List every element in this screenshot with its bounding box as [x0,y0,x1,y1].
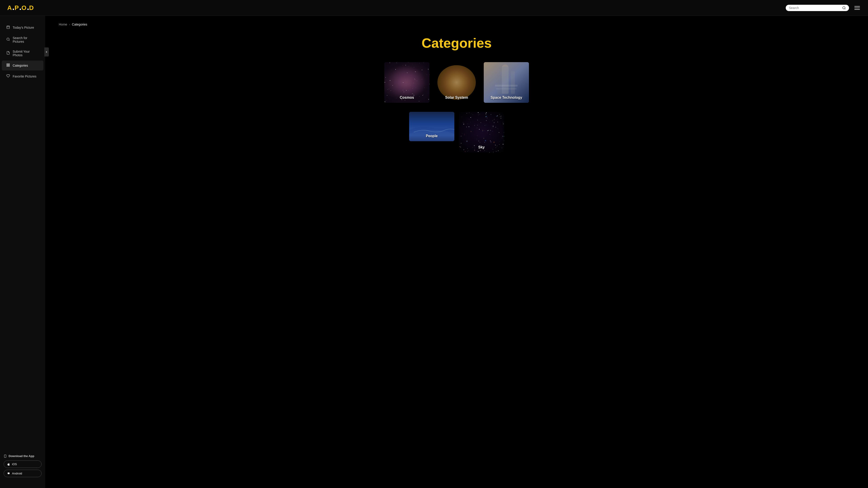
svg-line-1 [845,8,845,9]
categories-row-2: People Sky [355,112,558,153]
download-app-label: Download the App [4,454,41,458]
category-card-space-technology[interactable]: Space Technology [484,62,529,103]
category-label-solar: Solar System [434,96,479,100]
heart-icon [6,74,10,78]
svg-rect-9 [8,64,9,65]
svg-rect-2 [7,26,9,29]
sidebar-item-categories[interactable]: Categories [2,61,43,70]
sidebar-item-search[interactable]: Search for Pictures [2,33,43,46]
logo[interactable]: APOD [7,4,34,11]
sidebar-item-favorites[interactable]: Favorite Pictures [2,71,43,81]
search-icon [842,6,846,10]
file-icon [6,51,10,56]
svg-rect-12 [4,455,6,457]
sidebar: Today's Picture Search for Pictures [0,16,45,488]
svg-rect-11 [7,65,8,66]
categories-row-1: Cosmos Solar System [355,62,558,103]
svg-rect-8 [7,64,8,65]
category-card-sky[interactable]: Sky [459,112,504,153]
category-label-sky: Sky [459,145,504,149]
calendar-icon [6,25,10,30]
categories-grid: Cosmos Solar System [355,62,558,153]
svg-line-7 [9,40,9,41]
sidebar-nav: Today's Picture Search for Pictures [0,23,45,81]
sidebar-bottom: Download the App iOS Android [0,450,45,484]
svg-point-0 [843,6,845,9]
search-bar [786,5,849,11]
download-label-text: Download the App [8,454,34,458]
sidebar-label-categories: Categories [13,64,28,67]
sidebar-label-search: Search for Pictures [13,36,39,43]
sidebar-label-submit: Submit Your Photos [13,50,39,57]
category-label-space: Space Technology [484,96,529,100]
category-label-people: People [409,134,454,138]
search-sidebar-icon [6,37,10,42]
category-card-cosmos[interactable]: Cosmos [384,62,430,103]
android-button[interactable]: Android [4,470,41,477]
android-button-label: Android [12,472,22,475]
page-title: Categories [59,35,855,51]
breadcrumb-current: Categories [72,23,87,26]
header-right [786,5,861,11]
grid-icon [6,63,10,68]
search-input[interactable] [789,6,840,10]
logo-text: APOD [7,4,34,11]
sidebar-item-todays-picture[interactable]: Today's Picture [2,23,43,33]
svg-rect-10 [8,65,9,66]
category-card-people[interactable]: People [409,112,454,141]
breadcrumb-separator: › [69,23,70,26]
sidebar-item-submit[interactable]: Submit Your Photos [2,47,43,60]
category-card-solar[interactable]: Solar System [434,62,479,103]
apple-icon [7,463,10,466]
ios-button[interactable]: iOS [4,460,41,468]
main-content: Home › Categories Categories Cosmos [45,16,868,488]
sidebar-label-favorites: Favorite Pictures [13,74,36,78]
breadcrumb: Home › Categories [59,23,855,26]
ios-button-label: iOS [12,462,17,466]
sidebar-label-todays-picture: Today's Picture [13,26,34,29]
sidebar-collapse-button[interactable] [44,47,49,57]
breadcrumb-home[interactable]: Home [59,23,67,26]
android-icon [7,472,10,475]
category-label-cosmos: Cosmos [384,96,430,100]
main-layout: Today's Picture Search for Pictures [0,0,868,488]
hamburger-button[interactable] [854,5,861,11]
header: APOD [0,0,868,16]
svg-point-6 [7,38,9,40]
